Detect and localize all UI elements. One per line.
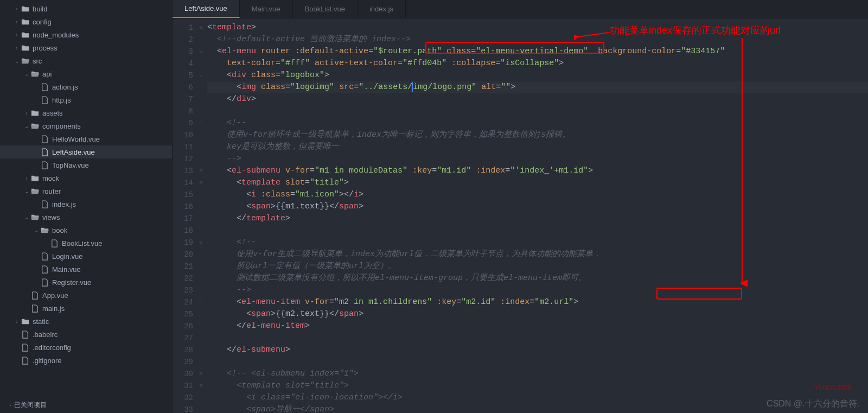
editor-tab[interactable]: LeftAside.vue xyxy=(173,0,240,18)
folder-open-icon xyxy=(30,187,39,195)
folder-icon xyxy=(30,174,39,182)
file-icon xyxy=(21,330,29,339)
tree-item-label: mock xyxy=(42,174,59,182)
file-item[interactable]: LeftAside.vue xyxy=(0,145,172,158)
file-explorer[interactable]: ›build›config›node_modules›process⌄src⌄a… xyxy=(0,0,173,413)
folder-open-icon xyxy=(30,122,39,130)
folder-item[interactable]: ⌄src xyxy=(0,54,172,67)
file-item[interactable]: HelloWorld.vue xyxy=(0,132,172,145)
code-content[interactable]: <template> <!--default-active 当前激活菜单的 in… xyxy=(207,18,868,413)
code-line[interactable]: --> xyxy=(207,284,868,296)
editor-tab[interactable]: index.js xyxy=(358,0,406,18)
folder-open-icon xyxy=(40,226,49,234)
file-item[interactable]: TopNav.vue xyxy=(0,158,172,171)
folder-item[interactable]: ›config xyxy=(0,15,172,28)
folder-item[interactable]: ›assets xyxy=(0,106,172,119)
folder-item[interactable]: ›node_modules xyxy=(0,28,172,41)
editor-tab[interactable]: Main.vue xyxy=(240,0,293,18)
file-item[interactable]: BookList.vue xyxy=(0,237,172,250)
code-line[interactable]: <div class="logobox"> xyxy=(207,69,868,81)
folder-item[interactable]: ›build xyxy=(0,2,172,15)
tree-item-label: api xyxy=(42,70,52,78)
folder-item[interactable]: ›process xyxy=(0,41,172,54)
file-icon xyxy=(40,161,49,169)
code-line[interactable]: </template> xyxy=(207,213,868,225)
folder-icon xyxy=(30,109,39,117)
tree-item-label: http.js xyxy=(52,96,71,104)
file-icon xyxy=(40,252,49,260)
chevron-down-icon: ⌄ xyxy=(33,227,40,233)
code-line[interactable]: <!--default-active 当前激活菜单的 index--> xyxy=(207,34,868,46)
code-line[interactable]: <span>{{m2.text}}</span> xyxy=(207,308,868,320)
code-line[interactable]: <img class="logoimg" src="../assets/img/… xyxy=(207,81,868,93)
tree-item-label: main.js xyxy=(42,304,65,313)
code-line[interactable]: --> xyxy=(207,153,868,165)
chevron-right-icon: › xyxy=(23,110,30,116)
code-line[interactable]: <template slot="title"> xyxy=(207,380,868,392)
tree-item-label: .editorconfig xyxy=(33,344,71,352)
code-line[interactable]: </el-submenu> xyxy=(207,344,868,356)
chevron-right-icon: › xyxy=(13,32,21,38)
folder-item[interactable]: ⌄book xyxy=(0,224,172,237)
folder-icon xyxy=(21,4,29,13)
folder-item[interactable]: ›static xyxy=(0,315,172,328)
code-line[interactable]: <i :class="m1.icon"></i> xyxy=(207,189,868,201)
file-item[interactable]: App.vue xyxy=(0,289,172,302)
file-item[interactable]: Login.vue xyxy=(0,250,172,263)
file-item[interactable]: .editorconfig xyxy=(0,341,172,354)
code-line[interactable]: <el-submenu v-for="m1 in moduleDatas" :k… xyxy=(207,165,868,177)
code-line[interactable]: 所以url一定有值（一级菜单的url为空）。 xyxy=(207,260,868,272)
folder-item[interactable]: ⌄views xyxy=(0,211,172,224)
folder-item[interactable]: ›mock xyxy=(0,171,172,185)
code-line[interactable]: 测试数据二级菜单没有分组，所以不用el-menu-item-group，只要生成… xyxy=(207,272,868,284)
file-icon xyxy=(40,200,49,208)
tree-item-label: .babelrc xyxy=(33,331,58,339)
tree-item-label: components xyxy=(42,122,81,130)
closed-projects-item[interactable]: › 已关闭项目 xyxy=(0,397,172,413)
file-item[interactable]: .gitignore xyxy=(0,354,172,367)
folder-item[interactable]: ⌄router xyxy=(0,185,172,198)
code-line[interactable] xyxy=(207,105,868,117)
code-line[interactable]: 使用v-for循环生成一级导航菜单，index为唯一标记，则为字符串，如果为整数… xyxy=(207,129,868,141)
code-line[interactable]: text-color="#fff" active-text-color="#ff… xyxy=(207,58,868,69)
chevron-down-icon: ⌄ xyxy=(13,58,21,64)
code-line[interactable] xyxy=(207,225,868,237)
file-icon xyxy=(40,265,49,274)
code-line[interactable]: <!-- <el-submenu index="1"> xyxy=(207,368,868,380)
code-line[interactable]: <!-- xyxy=(207,117,868,129)
folder-icon xyxy=(21,317,29,326)
code-line[interactable]: <span>{{m1.text}}</span> xyxy=(207,201,868,213)
chevron-down-icon: ⌄ xyxy=(23,123,30,129)
code-line[interactable]: key是可以为整数，但需要唯一 xyxy=(207,141,868,153)
tree-item-label: config xyxy=(33,18,52,26)
code-line[interactable]: <el-menu-item v-for="m2 in m1.childrens"… xyxy=(207,296,868,308)
file-item[interactable]: http.js xyxy=(0,93,172,106)
file-item[interactable]: Main.vue xyxy=(0,263,172,276)
editor-area: LeftAside.vueMain.vueBookList.vueindex.j… xyxy=(173,0,868,413)
code-editor[interactable]: 1234567891011121314151617181920212223242… xyxy=(173,18,868,413)
folder-item[interactable]: ⌄components xyxy=(0,119,172,132)
code-line[interactable]: </div> xyxy=(207,93,868,105)
file-item[interactable]: .babelrc xyxy=(0,328,172,341)
chevron-right-icon: › xyxy=(13,319,21,325)
code-line[interactable]: <el-menu router :default-active="$router… xyxy=(207,46,868,58)
folder-item[interactable]: ⌄api xyxy=(0,67,172,80)
editor-tab[interactable]: BookList.vue xyxy=(293,0,358,18)
file-item[interactable]: index.js xyxy=(0,198,172,211)
code-line[interactable] xyxy=(207,356,868,368)
tree-item-label: src xyxy=(33,57,42,65)
file-item[interactable]: Register.vue xyxy=(0,276,172,289)
code-line[interactable] xyxy=(207,332,868,344)
file-item[interactable]: main.js xyxy=(0,302,172,315)
file-icon xyxy=(30,291,39,300)
file-item[interactable]: action.js xyxy=(0,80,172,93)
code-line[interactable]: <!-- xyxy=(207,237,868,249)
tree-item-label: build xyxy=(33,5,47,13)
code-line[interactable]: </el-menu-item> xyxy=(207,320,868,332)
code-line[interactable]: 使用v-for生成二级导航菜单，index为功能url值，二级菜单为叶子节点，为… xyxy=(207,249,868,260)
code-line[interactable]: <template> xyxy=(207,22,868,34)
folder-icon xyxy=(21,43,29,52)
folder-icon xyxy=(21,30,29,39)
code-line[interactable]: <template slot="title"> xyxy=(207,177,868,189)
tab-bar[interactable]: LeftAside.vueMain.vueBookList.vueindex.j… xyxy=(173,0,868,18)
